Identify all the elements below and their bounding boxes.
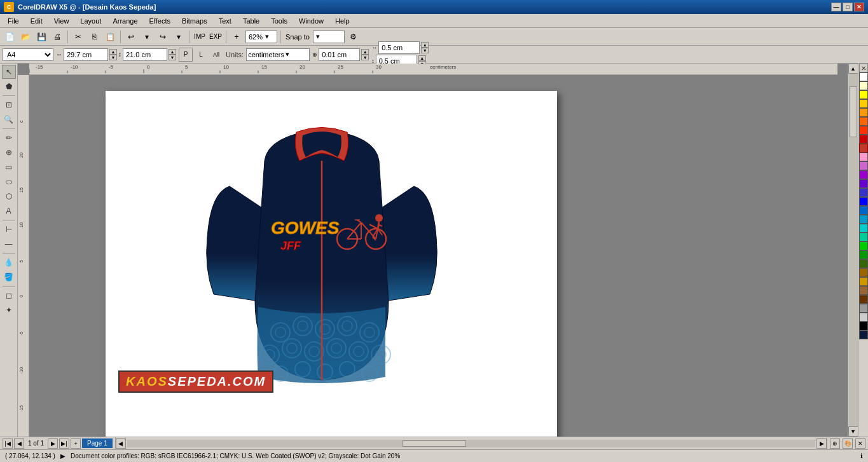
all-pages-btn[interactable]: All — [209, 48, 223, 62]
first-page-btn[interactable]: |◀ — [3, 438, 13, 449]
height-spin[interactable]: ▲ ▼ — [169, 49, 176, 60]
width-field[interactable]: 29.7 cm — [64, 48, 108, 61]
prev-page-btn[interactable]: ◀ — [14, 438, 24, 449]
color-swatch-red[interactable] — [859, 144, 868, 153]
color-swatch[interactable] — [859, 153, 868, 161]
x-down[interactable]: ▼ — [421, 48, 429, 53]
win-minimize-btn[interactable]: — — [831, 3, 841, 11]
export-btn[interactable]: EXP — [209, 30, 223, 44]
scroll-right-btn[interactable]: ▶ — [816, 438, 827, 449]
color-swatch[interactable] — [859, 99, 868, 108]
color-swatch[interactable] — [859, 286, 868, 295]
color-swatch[interactable] — [859, 126, 868, 135]
eyedropper-tool[interactable]: 💧 — [2, 255, 16, 269]
vertical-scrollbar[interactable]: ▲ ▼ — [848, 64, 858, 437]
scroll-track-v[interactable] — [849, 74, 858, 426]
play-btn[interactable]: ▶ — [60, 452, 65, 459]
menu-help[interactable]: Help — [330, 15, 355, 27]
color-swatch[interactable] — [859, 161, 868, 170]
polygon-tool[interactable]: ⬡ — [2, 189, 16, 203]
smart-fill-tool[interactable]: ⊕ — [2, 146, 16, 160]
redo-dropdown[interactable]: ▾ — [172, 30, 186, 44]
print-btn[interactable]: 🖨 — [50, 30, 64, 44]
color-swatch[interactable] — [859, 72, 868, 81]
menu-edit[interactable]: Edit — [25, 15, 48, 27]
units-dropdown[interactable]: centimeters ▾ — [246, 48, 310, 61]
color-swatch[interactable] — [859, 313, 868, 322]
freehand-tool[interactable]: ✏ — [2, 131, 16, 145]
crop-tool[interactable]: ⊡ — [2, 98, 16, 112]
menu-layout[interactable]: Layout — [75, 15, 106, 27]
color-swatch[interactable] — [859, 135, 868, 144]
landscape-btn[interactable]: L — [194, 48, 208, 62]
color-swatch-navy[interactable] — [859, 330, 868, 339]
open-btn[interactable]: 📂 — [18, 30, 32, 44]
page-size-select[interactable]: A4 — [3, 48, 53, 61]
height-down[interactable]: ▼ — [169, 55, 176, 60]
color-swatch[interactable] — [859, 197, 868, 206]
parallel-dim-tool[interactable]: ⊢ — [2, 222, 16, 236]
nudge-down[interactable]: ▼ — [361, 55, 369, 60]
next-page-btn[interactable]: ▶ — [48, 438, 58, 449]
scroll-up-btn[interactable]: ▲ — [848, 64, 858, 74]
color-swatch[interactable] — [859, 277, 868, 286]
menu-view[interactable]: View — [49, 15, 74, 27]
new-btn[interactable]: 📄 — [3, 30, 17, 44]
cut-btn[interactable]: ✂ — [71, 30, 85, 44]
color-swatch[interactable] — [859, 108, 868, 117]
scroll-down-btn[interactable]: ▼ — [848, 426, 858, 437]
color-swatch[interactable] — [859, 117, 868, 126]
scroll-thumb-v[interactable] — [850, 86, 857, 137]
select-tool[interactable]: ↖ — [2, 65, 16, 79]
import-btn[interactable]: IMP — [193, 30, 207, 44]
ellipse-tool[interactable]: ⬭ — [2, 175, 16, 189]
text-tool[interactable]: A — [2, 204, 16, 218]
smart-drawing-tool[interactable]: ✦ — [2, 303, 16, 317]
color-swatch[interactable] — [859, 233, 868, 241]
color-mgmt-icon[interactable]: 🎨 — [843, 438, 853, 449]
nudge-field[interactable]: 0.01 cm — [319, 48, 360, 61]
menu-arrange[interactable]: Arrange — [107, 15, 142, 27]
nudge-up[interactable]: ▲ — [361, 49, 369, 55]
color-swatch[interactable] — [859, 215, 868, 224]
menu-table[interactable]: Table — [238, 15, 265, 27]
y-up[interactable]: ▲ — [418, 55, 426, 61]
win-close-btn[interactable]: ✕ — [854, 3, 864, 11]
undo-dropdown[interactable]: ▾ — [140, 30, 154, 44]
color-swatch[interactable] — [859, 295, 868, 304]
no-color-swatch[interactable]: ✕ — [859, 64, 868, 72]
outline-tool[interactable]: ◻ — [2, 289, 16, 302]
x-up[interactable]: ▲ — [421, 42, 429, 48]
page-tab[interactable]: Page 1 — [82, 438, 113, 448]
color-swatch[interactable] — [859, 241, 868, 250]
color-swatch[interactable] — [859, 90, 868, 99]
height-up[interactable]: ▲ — [169, 49, 176, 55]
color-swatch[interactable] — [859, 322, 868, 330]
nudge-spin[interactable]: ▲ ▼ — [361, 49, 369, 60]
color-swatch[interactable] — [859, 179, 868, 188]
menu-effects[interactable]: Effects — [144, 15, 176, 27]
x-field[interactable]: 0.5 cm — [378, 41, 420, 54]
zoom-tool[interactable]: 🔍 — [2, 112, 16, 126]
drawing-canvas[interactable]: GOWES JFF — [29, 75, 837, 437]
save-btn[interactable]: 💾 — [34, 30, 48, 44]
color-swatch[interactable] — [859, 206, 868, 215]
copy-btn[interactable]: ⎘ — [87, 30, 101, 44]
color-swatch[interactable] — [859, 81, 868, 90]
width-up[interactable]: ▲ — [109, 49, 117, 55]
snap-icon[interactable]: ⊕ — [830, 438, 840, 449]
menu-bitmaps[interactable]: Bitmaps — [177, 15, 212, 27]
color-swatch[interactable] — [859, 188, 868, 197]
h-scroll-thumb[interactable] — [403, 440, 466, 447]
undo-btn[interactable]: ↩ — [124, 30, 138, 44]
win-maximize-btn[interactable]: □ — [843, 3, 853, 11]
last-page-btn[interactable]: ▶| — [59, 438, 69, 449]
zoom-in-btn[interactable]: + — [230, 30, 244, 44]
color-swatch[interactable] — [859, 259, 868, 268]
redo-btn[interactable]: ↪ — [156, 30, 170, 44]
height-field[interactable]: 21.0 cm — [123, 48, 167, 61]
menu-text[interactable]: Text — [214, 15, 237, 27]
snap-settings-btn[interactable]: ⚙ — [347, 30, 361, 44]
menu-tools[interactable]: Tools — [266, 15, 293, 27]
zoom-dropdown[interactable]: 62% ▾ — [245, 31, 277, 43]
